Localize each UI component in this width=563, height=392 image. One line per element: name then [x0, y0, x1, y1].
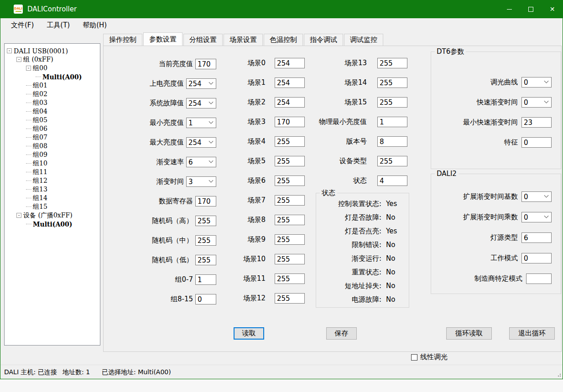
fade-time-combobox[interactable]: 3: [186, 176, 216, 187]
tab-scene-settings[interactable]: 场景设置: [224, 34, 263, 46]
tab-debug-monitor[interactable]: 调试监控: [344, 34, 383, 46]
scene-13-input[interactable]: [377, 58, 407, 68]
group-0-7-input[interactable]: [195, 274, 216, 285]
tree-collapse-icon[interactable]: -: [7, 48, 12, 53]
physical-min-level-input[interactable]: [377, 117, 407, 127]
status-value-input[interactable]: [377, 175, 407, 186]
scene-9-input[interactable]: [275, 234, 305, 245]
linear-dimming-checkbox-row[interactable]: 线性调光: [411, 353, 448, 361]
scene-8-input[interactable]: [275, 215, 305, 225]
power-on-level-field: 上电亮度值254: [104, 78, 216, 89]
maximize-button[interactable]: [520, 0, 542, 18]
tree-collapse-icon[interactable]: -: [16, 213, 21, 218]
tree-item-group-00-multi-a00[interactable]: Multi(A00): [5, 72, 100, 81]
linear-dimming-checkbox[interactable]: [411, 354, 417, 361]
device-tree: -DALI USB(0001)-组 (0xFF)-组00Multi(A00)组0…: [4, 43, 100, 346]
tree-item-label: 组 (0xFF): [23, 56, 53, 64]
fade-rate-combobox[interactable]: 6: [186, 157, 216, 167]
read-button[interactable]: 读取: [234, 327, 264, 340]
scene-7-input[interactable]: [275, 195, 305, 206]
scene-15-input[interactable]: [377, 97, 407, 108]
tree-item-group-00[interactable]: -组00: [5, 64, 100, 72]
features-input[interactable]: [521, 137, 552, 148]
data-register-label: 数据寄存器: [159, 197, 193, 206]
tree-collapse-icon[interactable]: -: [16, 57, 21, 62]
tab-color-temp-control[interactable]: 色温控制: [264, 34, 303, 46]
save-button[interactable]: 保存: [326, 327, 357, 340]
tree-item-group-10[interactable]: 组10: [5, 159, 100, 168]
tree-item-group-06[interactable]: 组06: [5, 124, 100, 133]
dali2-rows: 扩展渐变时间基数0扩展渐变时间乘数0灯源类型工作模式制造商特定模式: [436, 191, 552, 284]
scene-14-input[interactable]: [377, 77, 407, 88]
scene-14-label: 场景14: [344, 78, 367, 87]
scene-12-input[interactable]: [275, 293, 305, 304]
dimming-curve-combobox[interactable]: 0: [521, 77, 552, 88]
tab-parameter-settings[interactable]: 参数设置: [143, 32, 182, 46]
data-register-input[interactable]: [195, 196, 216, 206]
group-0-7-field: 组0-7: [104, 274, 216, 285]
lamp-failure-row: 灯是否故障:No: [320, 212, 404, 222]
ext-fade-time-multiplier-combobox[interactable]: 0: [521, 212, 552, 222]
tab-operation-control[interactable]: 操作控制: [103, 34, 142, 46]
tree-item-group-02[interactable]: 组02: [5, 90, 100, 98]
power-on-level-label: 上电亮度值: [150, 79, 184, 88]
exit-loop-button[interactable]: 退出循环: [509, 327, 555, 340]
tab-command-debug[interactable]: 指令调试: [304, 34, 343, 46]
version-number-label: 版本号: [346, 137, 367, 146]
group-8-15-input[interactable]: [195, 294, 216, 304]
fast-fade-time-combobox[interactable]: 0: [521, 97, 552, 108]
tree-item-group-11[interactable]: 组11: [5, 168, 100, 176]
min-fast-fade-time-input[interactable]: [521, 117, 552, 128]
light-source-type-label: 灯源类型: [490, 233, 518, 242]
device-type-label: 设备类型: [339, 157, 367, 165]
tree-item-group-0xff[interactable]: -组 (0xFF): [5, 55, 100, 64]
light-source-type-input[interactable]: [521, 232, 552, 243]
current-level-input[interactable]: [195, 59, 216, 69]
menu-file[interactable]: 文件(F): [5, 20, 40, 31]
loop-read-button[interactable]: 循环读取: [446, 327, 492, 340]
menu-help[interactable]: 帮助(H): [76, 20, 113, 31]
random-code-mid-field: 随机码（中）: [104, 235, 216, 246]
minimize-button[interactable]: [499, 0, 520, 18]
random-code-high-input[interactable]: [195, 216, 216, 226]
tree-connector-line: [26, 120, 31, 120]
tree-item-group-14[interactable]: 组14: [5, 194, 100, 202]
power-on-level-combobox[interactable]: 254: [186, 78, 216, 89]
random-code-mid-input[interactable]: [195, 235, 216, 246]
tree-item-group-04[interactable]: 组04: [5, 107, 100, 116]
random-code-low-input[interactable]: [195, 255, 216, 265]
tree-item-group-05[interactable]: 组05: [5, 116, 100, 124]
manufacturer-mode-input[interactable]: [526, 273, 552, 284]
version-number-input[interactable]: [377, 136, 407, 147]
operating-mode-input[interactable]: [521, 253, 552, 263]
tree-item-group-12[interactable]: 组12: [5, 176, 100, 185]
menu-tools[interactable]: 工具(T): [40, 20, 76, 31]
min-level-value: 1: [188, 119, 209, 127]
current-level-field: 当前亮度值: [104, 59, 216, 69]
resize-grip[interactable]: [556, 372, 561, 377]
tree-item-group-15[interactable]: 组15: [5, 202, 100, 211]
scene-10-input[interactable]: [275, 254, 305, 264]
tree-item-dali-usb-0001[interactable]: -DALI USB(0001): [5, 46, 100, 55]
tree-item-group-08[interactable]: 组08: [5, 142, 100, 150]
tree-item-device-broadcast-0xff[interactable]: -设备 (广播0xFF): [5, 211, 100, 220]
tree-item-group-13[interactable]: 组13: [5, 185, 100, 194]
device-type-input[interactable]: [377, 156, 407, 166]
tree-connector-line: [26, 189, 31, 190]
min-level-combobox[interactable]: 1: [186, 118, 216, 128]
max-level-combobox[interactable]: 254: [186, 137, 216, 148]
tab-grouping-settings[interactable]: 分组设置: [183, 34, 223, 46]
system-failure-level-combobox[interactable]: 254: [186, 98, 216, 108]
lamp-failure-label: 灯是否故障:: [320, 213, 381, 222]
system-failure-level-label: 系统故障值: [150, 99, 184, 108]
control-gear-status-row: 控制装置状态:Yes: [320, 199, 404, 209]
tree-item-device-multi-a00[interactable]: Multi(A00): [5, 220, 100, 228]
tree-item-group-09[interactable]: 组09: [5, 150, 100, 159]
tree-item-group-01[interactable]: 组01: [5, 81, 100, 90]
tree-collapse-icon[interactable]: -: [26, 66, 31, 71]
ext-fade-time-base-combobox[interactable]: 0: [521, 191, 552, 202]
close-button[interactable]: ✕: [542, 0, 563, 18]
scene-11-input[interactable]: [275, 273, 305, 284]
tree-item-group-07[interactable]: 组07: [5, 133, 100, 142]
tree-item-group-03[interactable]: 组03: [5, 98, 100, 107]
